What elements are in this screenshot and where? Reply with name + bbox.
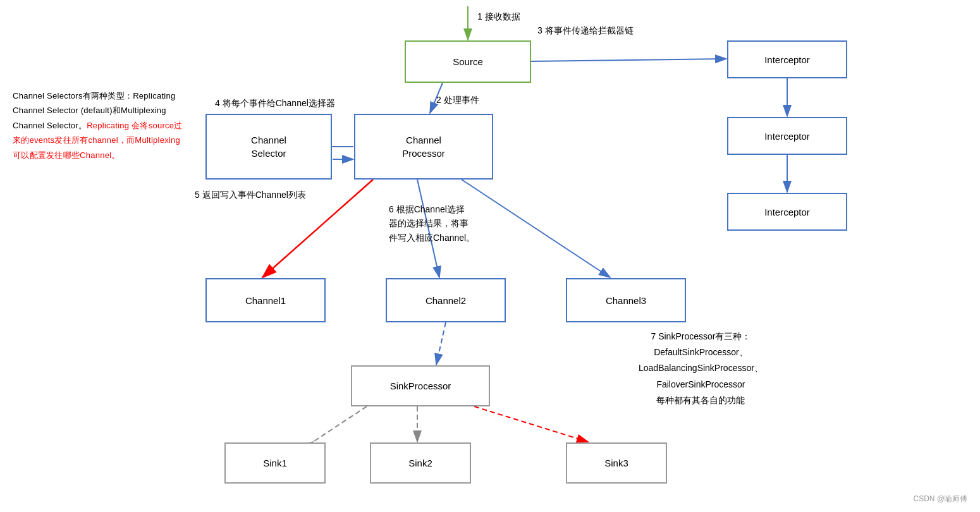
sink1-label: Sink1 bbox=[263, 456, 287, 470]
step1-label: 1 接收数据 bbox=[477, 11, 520, 23]
channel-processor-box: ChannelProcessor bbox=[354, 114, 493, 180]
channel3-box: Channel3 bbox=[566, 278, 686, 322]
source-box: Source bbox=[405, 40, 531, 83]
interceptor3-label: Interceptor bbox=[764, 205, 810, 219]
source-label: Source bbox=[453, 55, 483, 68]
step6-label: 6 根据Channel选择器的选择结果，将事件写入相应Channel。 bbox=[389, 202, 475, 245]
sink2-label: Sink2 bbox=[408, 456, 432, 470]
channel2-label: Channel2 bbox=[426, 294, 466, 307]
sink3-box: Sink3 bbox=[566, 442, 667, 484]
svg-line-22 bbox=[474, 406, 588, 442]
svg-line-18 bbox=[462, 180, 610, 277]
channel3-label: Channel3 bbox=[606, 294, 646, 307]
watermark: CSDN @喻师傅 bbox=[913, 494, 967, 504]
channel1-label: Channel1 bbox=[245, 294, 286, 307]
svg-line-20 bbox=[313, 406, 367, 442]
sink3-label: Sink3 bbox=[604, 456, 628, 470]
interceptor3-box: Interceptor bbox=[727, 193, 847, 231]
channel-selector-label: ChannelSelector bbox=[251, 133, 286, 160]
sink2-box: Sink2 bbox=[370, 442, 471, 484]
sink-processor-box: SinkProcessor bbox=[351, 365, 490, 406]
diagram-container: Source ChannelSelector ChannelProcessor … bbox=[0, 0, 980, 512]
step7-label: 7 SinkProcessor有三种：DefaultSinkProcessor、… bbox=[639, 329, 763, 408]
interceptor1-box: Interceptor bbox=[727, 40, 847, 78]
step4-label: 4 将每个事件给Channel选择器 bbox=[215, 98, 335, 109]
channel-processor-label: ChannelProcessor bbox=[402, 133, 445, 160]
interceptor2-label: Interceptor bbox=[764, 130, 810, 143]
svg-line-19 bbox=[436, 322, 446, 365]
step3-label: 3 将事件传递给拦截器链 bbox=[537, 25, 634, 37]
sink1-box: Sink1 bbox=[224, 442, 326, 484]
step2-label: 2 处理事件 bbox=[436, 95, 479, 106]
interceptor2-box: Interceptor bbox=[727, 117, 847, 155]
svg-line-11 bbox=[531, 59, 726, 61]
channel-selector-box: ChannelSelector bbox=[205, 114, 332, 180]
sink-processor-label: SinkProcessor bbox=[390, 379, 451, 393]
interceptor1-label: Interceptor bbox=[764, 53, 810, 66]
sidebar-description: Channel Selectors有两种类型：Replicating Chann… bbox=[13, 88, 183, 162]
channel2-box: Channel2 bbox=[386, 278, 506, 322]
step5-label: 5 返回写入事件Channel列表 bbox=[195, 190, 306, 201]
channel1-box: Channel1 bbox=[205, 278, 326, 322]
